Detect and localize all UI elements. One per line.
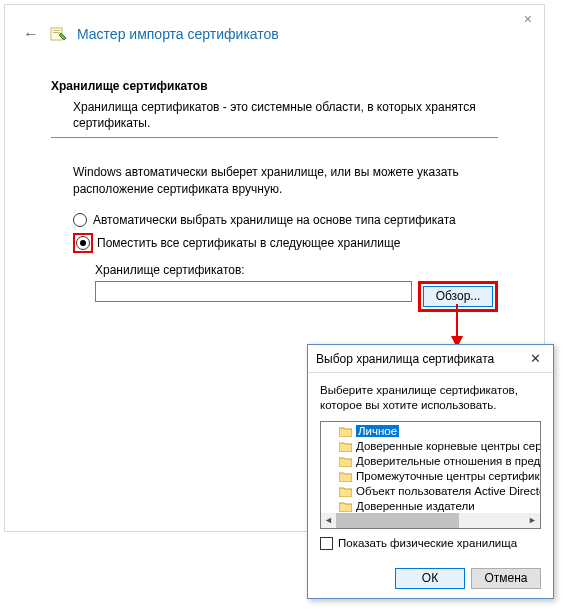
browse-button[interactable]: Обзор... [423, 286, 493, 307]
section-description: Хранилища сертификатов - это системные о… [73, 99, 498, 131]
tree-item-label: Доверенные издатели [356, 500, 475, 512]
store-label: Хранилище сертификатов: [95, 263, 498, 277]
tree-item-trusted-publishers[interactable]: Доверенные издатели [321, 499, 540, 514]
tree-item-label: Объект пользователя Active Directory [356, 485, 540, 497]
scroll-track[interactable] [336, 513, 525, 528]
close-icon[interactable]: × [518, 9, 538, 29]
horizontal-scrollbar[interactable]: ◄ ► [321, 513, 540, 528]
show-physical-checkbox[interactable] [320, 537, 333, 550]
svg-rect-1 [53, 30, 60, 31]
tree-item-label: Доверенные корневые центры сертифика [356, 440, 540, 452]
wizard-body: Хранилище сертификатов Хранилища сертифи… [5, 51, 544, 322]
folder-icon [339, 486, 352, 497]
scroll-right-icon[interactable]: ► [525, 513, 540, 528]
scroll-thumb[interactable] [336, 513, 459, 528]
dialog-close-icon[interactable]: ✕ [526, 351, 545, 366]
highlight-radio [73, 233, 93, 253]
folder-icon [339, 501, 352, 512]
scroll-left-icon[interactable]: ◄ [321, 513, 336, 528]
dialog-instruction: Выберите хранилище сертификатов, которое… [320, 383, 541, 413]
highlight-browse: Обзор... [418, 281, 498, 312]
show-physical-label: Показать физические хранилища [338, 537, 517, 549]
radio-place[interactable] [76, 236, 90, 250]
dialog-body: Выберите хранилище сертификатов, которое… [308, 373, 553, 568]
wizard-title: Мастер импорта сертификатов [77, 26, 279, 42]
tree-item-label: Личное [356, 425, 399, 437]
dialog-title: Выбор хранилища сертификата [316, 352, 494, 366]
tree-item-label: Доверительные отношения в предприяти [356, 455, 540, 467]
tree-item-label: Промежуточные центры сертификации [356, 470, 540, 482]
show-physical-row[interactable]: Показать физические хранилища [320, 537, 541, 550]
tree-item-personal[interactable]: Личное [321, 424, 540, 439]
store-input[interactable] [95, 281, 412, 302]
section-title: Хранилище сертификатов [51, 79, 498, 93]
store-row: Обзор... [95, 281, 498, 312]
certificate-wizard-icon [49, 25, 67, 43]
separator [51, 137, 498, 138]
radio-auto-label: Автоматически выбрать хранилище на основ… [93, 213, 456, 227]
ok-button[interactable]: ОК [395, 568, 465, 589]
tree-item-ad-user-object[interactable]: Объект пользователя Active Directory [321, 484, 540, 499]
cancel-button[interactable]: Отмена [471, 568, 541, 589]
folder-icon [339, 456, 352, 467]
wizard-header: ← Мастер импорта сертификатов [5, 5, 544, 51]
radio-place-row[interactable]: Поместить все сертификаты в следующее хр… [73, 233, 498, 253]
back-arrow-icon[interactable]: ← [23, 25, 39, 43]
radio-auto[interactable] [73, 213, 87, 227]
folder-icon [339, 471, 352, 482]
select-store-dialog: Выбор хранилища сертификата ✕ Выберите х… [307, 344, 554, 599]
radio-auto-row[interactable]: Автоматически выбрать хранилище на основ… [73, 213, 498, 227]
radio-place-label: Поместить все сертификаты в следующее хр… [97, 236, 400, 250]
tree-item-enterprise-trust[interactable]: Доверительные отношения в предприяти [321, 454, 540, 469]
svg-rect-2 [53, 32, 60, 33]
auto-select-text: Windows автоматически выберет хранилище,… [73, 164, 498, 196]
dialog-title-bar: Выбор хранилища сертификата ✕ [308, 345, 553, 373]
tree-item-trusted-root[interactable]: Доверенные корневые центры сертифика [321, 439, 540, 454]
dialog-buttons: ОК Отмена [308, 568, 553, 599]
store-tree[interactable]: Личное Доверенные корневые центры сертиф… [320, 421, 541, 529]
tree-item-intermediate[interactable]: Промежуточные центры сертификации [321, 469, 540, 484]
folder-icon [339, 441, 352, 452]
folder-icon [339, 426, 352, 437]
